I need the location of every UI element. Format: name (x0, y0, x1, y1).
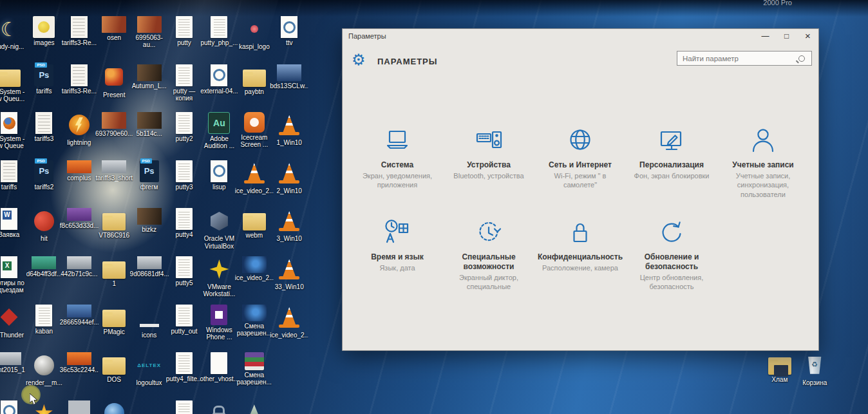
desktop-icon[interactable]: 2_Win10 (270, 160, 308, 194)
desktop-icon[interactable]: putty5 (165, 256, 203, 287)
desktop-icon[interactable] (235, 400, 274, 414)
desktop-icon[interactable]: webm (235, 208, 274, 239)
desktop-icon[interactable]: фгегм (130, 160, 169, 191)
search-box[interactable] (677, 51, 812, 66)
desktop-icon[interactable]: arThunder (0, 305, 28, 339)
desktop-icon[interactable]: ice_video_2... (235, 256, 274, 281)
desktop-icon[interactable]: putty3 (165, 160, 203, 191)
desktop-icon[interactable]: d64b4ff3df... (24, 256, 63, 278)
tile-sublabel: Язык, дата (379, 263, 415, 272)
desktop-icon[interactable]: VMware Workstati... (200, 256, 238, 297)
desktop-icon[interactable]: tariffs3-Re... (60, 16, 99, 46)
desktop-icon[interactable]: render__m... (24, 352, 63, 386)
desktop-icon[interactable]: blnt2015_1 (0, 352, 28, 373)
desktop-icon[interactable]: putty2 (165, 112, 203, 142)
desktop-icon[interactable]: ice_video_2... (270, 305, 308, 339)
desktop-icon[interactable]: osen (95, 16, 133, 41)
desktop-icon[interactable]: ice_video_2... (235, 160, 274, 194)
desktop-icon[interactable]: ttv (270, 16, 308, 46)
desktop-icon[interactable]: Смена разрешен... (235, 305, 274, 337)
desktop-icon[interactable]: 442b71c9c... (60, 256, 99, 278)
desktop-icon[interactable]: tariffs3 (24, 112, 63, 142)
desktop-icon[interactable]: images (24, 16, 63, 46)
desktop-icon[interactable] (200, 400, 238, 414)
desktop-icon[interactable]: Windows Phone ... (200, 305, 238, 341)
desktop-icon[interactable]: Хлам (760, 352, 799, 383)
settings-tile[interactable]: Сеть и Интернет Wi-Fi, режим " в самолет… (534, 126, 626, 199)
desktop-icon[interactable]: putty4 (165, 208, 203, 238)
settings-tile[interactable]: Учетные записи Учетные записи, синхрониз… (717, 126, 809, 199)
desktop-icon[interactable]: Icecream Screen ... (235, 112, 274, 148)
desktop-icon-art (101, 400, 127, 414)
desktop-icon[interactable]: 33_Win10 (270, 256, 308, 290)
settings-tile[interactable]: Время и язык Язык, дата (352, 218, 443, 292)
desktop-icon[interactable]: DOS (95, 352, 133, 383)
desktop-icon[interactable]: 3_Win10 (270, 208, 308, 242)
desktop-icon[interactable]: Заявка (0, 208, 28, 238)
desktop-icon[interactable]: f8c653d33d... (60, 208, 99, 229)
desktop-icon[interactable]: other_vhost... (200, 352, 238, 382)
desktop-icon[interactable]: tariffs3_short (95, 160, 133, 182)
desktop-icon[interactable] (0, 400, 28, 414)
settings-tile[interactable]: Система Экран, уведомления, приложения (352, 126, 443, 199)
desktop-icon[interactable]: 6995063-au... (130, 16, 169, 48)
desktop-icon[interactable]: P System - ew Queu... (0, 64, 28, 102)
desktop-icon-art (1, 112, 17, 134)
desktop-icon[interactable]: 9d08681df4... (130, 256, 169, 278)
search-icon[interactable] (798, 55, 805, 62)
desktop-icon[interactable]: 28665944ef... (60, 305, 99, 326)
desktop-icon[interactable]: Adobe Audition ... (200, 112, 238, 149)
desktop-icon[interactable]: tariffs3-Re... (60, 64, 99, 95)
desktop-icon[interactable]: tariffs (24, 64, 63, 95)
search-input[interactable] (677, 55, 798, 62)
maximize-button[interactable]: □ (776, 29, 797, 43)
desktop-icon[interactable]: putty (165, 16, 203, 46)
titlebar[interactable]: Параметры — □ × (343, 29, 818, 43)
desktop-icon[interactable]: tariffs (0, 160, 28, 191)
desktop-icon[interactable] (95, 400, 133, 414)
settings-tile[interactable]: Персонализация Фон, экран блокировки (626, 126, 717, 199)
desktop-icon[interactable]: 1_Win10 (270, 112, 308, 146)
desktop-icon[interactable]: putty_php_... (200, 16, 238, 46)
desktop-icon[interactable]: tariffs2 (24, 160, 63, 191)
desktop-icon[interactable]: P System - ew Queue (0, 112, 28, 149)
desktop-icon[interactable]: logoultux (130, 352, 169, 386)
desktop-icon[interactable]: putty4_filte... (165, 352, 203, 382)
desktop-icon[interactable]: putty_out (165, 305, 203, 335)
desktop-icon[interactable]: 1 (95, 256, 133, 287)
desktop-icon[interactable]: артиры по одъездам (0, 256, 28, 294)
desktop-icon[interactable]: putty — копия (165, 64, 203, 102)
desktop-icon[interactable]: icons (130, 305, 169, 339)
desktop-icon[interactable]: Смена разрешен... (235, 352, 274, 386)
desktop-icon[interactable]: PMagic (95, 305, 133, 335)
settings-tile[interactable]: Конфиденциальность Расположение, камера (534, 218, 626, 292)
desktop-icon-label: hit (24, 235, 63, 242)
desktop-icon[interactable]: 5b114c... (130, 112, 169, 137)
desktop-icon[interactable]: 693790e60... (95, 112, 133, 137)
desktop-icon[interactable]: VT86C916 (95, 208, 133, 239)
desktop-icon[interactable]: Oracle VM VirtualBox (200, 208, 238, 249)
desktop-icon-label: putty2 (165, 135, 203, 142)
desktop-icon[interactable]: bizkz (130, 208, 169, 233)
close-button[interactable]: × (797, 29, 818, 43)
settings-tile[interactable]: Специальные возможности Экранный диктор,… (443, 218, 534, 292)
desktop-icon[interactable]: Present (95, 64, 133, 99)
desktop-icon[interactable]: bds13SCLw... (270, 64, 308, 89)
desktop-icon[interactable] (165, 400, 203, 414)
minimize-button[interactable]: — (755, 29, 776, 43)
desktop-icon[interactable]: hit (24, 208, 63, 242)
desktop-icon[interactable]: kaspi_logo (235, 16, 274, 50)
desktop-icon[interactable]: lightning (60, 112, 99, 146)
desktop-icon[interactable]: external-04... (200, 64, 238, 95)
desktop-icon[interactable]: Корзина (795, 352, 834, 386)
desktop-icon[interactable]: 36c53c2244... (60, 352, 99, 373)
desktop-icon[interactable]: paybtn (235, 64, 274, 95)
desktop-icon[interactable]: oudy-nig... (0, 16, 28, 50)
desktop-icon[interactable]: lisup (200, 160, 238, 191)
desktop-icon[interactable]: Autumn_L... (130, 64, 169, 89)
settings-tile[interactable]: Обновление и безопасность Центр обновлен… (626, 218, 717, 292)
desktop-icon[interactable] (60, 400, 99, 414)
desktop-icon[interactable]: complus (60, 160, 99, 182)
settings-tile[interactable]: Устройства Bluetooth, устройства (443, 126, 534, 199)
desktop-icon[interactable]: kaban (24, 305, 63, 335)
